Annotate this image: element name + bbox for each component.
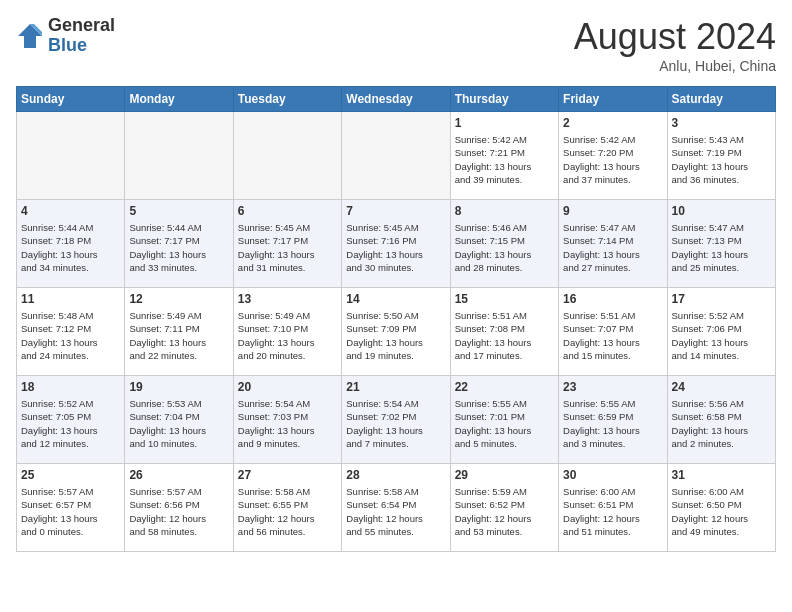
calendar-header-wednesday: Wednesday	[342, 87, 450, 112]
logo-text: General Blue	[48, 16, 115, 56]
day-info: Sunrise: 5:58 AM Sunset: 6:54 PM Dayligh…	[346, 485, 445, 538]
calendar-week-4: 18Sunrise: 5:52 AM Sunset: 7:05 PM Dayli…	[17, 376, 776, 464]
location: Anlu, Hubei, China	[574, 58, 776, 74]
calendar-cell: 1Sunrise: 5:42 AM Sunset: 7:21 PM Daylig…	[450, 112, 558, 200]
page-header: General Blue August 2024 Anlu, Hubei, Ch…	[16, 16, 776, 74]
day-info: Sunrise: 6:00 AM Sunset: 6:51 PM Dayligh…	[563, 485, 662, 538]
day-number: 28	[346, 468, 445, 482]
day-number: 4	[21, 204, 120, 218]
day-info: Sunrise: 5:53 AM Sunset: 7:04 PM Dayligh…	[129, 397, 228, 450]
calendar-cell: 11Sunrise: 5:48 AM Sunset: 7:12 PM Dayli…	[17, 288, 125, 376]
calendar-cell: 9Sunrise: 5:47 AM Sunset: 7:14 PM Daylig…	[559, 200, 667, 288]
calendar-header-thursday: Thursday	[450, 87, 558, 112]
day-number: 5	[129, 204, 228, 218]
day-info: Sunrise: 5:55 AM Sunset: 6:59 PM Dayligh…	[563, 397, 662, 450]
calendar-table: SundayMondayTuesdayWednesdayThursdayFrid…	[16, 86, 776, 552]
calendar-cell: 30Sunrise: 6:00 AM Sunset: 6:51 PM Dayli…	[559, 464, 667, 552]
calendar-cell: 12Sunrise: 5:49 AM Sunset: 7:11 PM Dayli…	[125, 288, 233, 376]
calendar-cell: 3Sunrise: 5:43 AM Sunset: 7:19 PM Daylig…	[667, 112, 775, 200]
day-number: 1	[455, 116, 554, 130]
day-number: 27	[238, 468, 337, 482]
calendar-header-sunday: Sunday	[17, 87, 125, 112]
day-info: Sunrise: 5:59 AM Sunset: 6:52 PM Dayligh…	[455, 485, 554, 538]
day-number: 6	[238, 204, 337, 218]
day-number: 16	[563, 292, 662, 306]
calendar-cell: 8Sunrise: 5:46 AM Sunset: 7:15 PM Daylig…	[450, 200, 558, 288]
day-info: Sunrise: 6:00 AM Sunset: 6:50 PM Dayligh…	[672, 485, 771, 538]
day-info: Sunrise: 5:43 AM Sunset: 7:19 PM Dayligh…	[672, 133, 771, 186]
day-number: 14	[346, 292, 445, 306]
calendar-cell: 20Sunrise: 5:54 AM Sunset: 7:03 PM Dayli…	[233, 376, 341, 464]
day-number: 11	[21, 292, 120, 306]
day-number: 7	[346, 204, 445, 218]
calendar-cell: 5Sunrise: 5:44 AM Sunset: 7:17 PM Daylig…	[125, 200, 233, 288]
calendar-cell: 14Sunrise: 5:50 AM Sunset: 7:09 PM Dayli…	[342, 288, 450, 376]
day-number: 17	[672, 292, 771, 306]
calendar-cell: 6Sunrise: 5:45 AM Sunset: 7:17 PM Daylig…	[233, 200, 341, 288]
calendar-cell: 29Sunrise: 5:59 AM Sunset: 6:52 PM Dayli…	[450, 464, 558, 552]
day-info: Sunrise: 5:45 AM Sunset: 7:17 PM Dayligh…	[238, 221, 337, 274]
calendar-week-5: 25Sunrise: 5:57 AM Sunset: 6:57 PM Dayli…	[17, 464, 776, 552]
day-info: Sunrise: 5:49 AM Sunset: 7:11 PM Dayligh…	[129, 309, 228, 362]
day-info: Sunrise: 5:46 AM Sunset: 7:15 PM Dayligh…	[455, 221, 554, 274]
day-info: Sunrise: 5:42 AM Sunset: 7:20 PM Dayligh…	[563, 133, 662, 186]
calendar-cell	[233, 112, 341, 200]
calendar-cell: 2Sunrise: 5:42 AM Sunset: 7:20 PM Daylig…	[559, 112, 667, 200]
calendar-cell: 19Sunrise: 5:53 AM Sunset: 7:04 PM Dayli…	[125, 376, 233, 464]
day-info: Sunrise: 5:50 AM Sunset: 7:09 PM Dayligh…	[346, 309, 445, 362]
day-number: 3	[672, 116, 771, 130]
calendar-cell	[17, 112, 125, 200]
calendar-cell	[125, 112, 233, 200]
day-number: 24	[672, 380, 771, 394]
logo-icon	[16, 22, 44, 50]
day-info: Sunrise: 5:44 AM Sunset: 7:17 PM Dayligh…	[129, 221, 228, 274]
day-number: 19	[129, 380, 228, 394]
day-number: 13	[238, 292, 337, 306]
day-number: 8	[455, 204, 554, 218]
day-number: 10	[672, 204, 771, 218]
day-info: Sunrise: 5:54 AM Sunset: 7:03 PM Dayligh…	[238, 397, 337, 450]
calendar-cell: 31Sunrise: 6:00 AM Sunset: 6:50 PM Dayli…	[667, 464, 775, 552]
day-number: 9	[563, 204, 662, 218]
day-number: 30	[563, 468, 662, 482]
calendar-cell: 7Sunrise: 5:45 AM Sunset: 7:16 PM Daylig…	[342, 200, 450, 288]
day-number: 21	[346, 380, 445, 394]
calendar-cell: 24Sunrise: 5:56 AM Sunset: 6:58 PM Dayli…	[667, 376, 775, 464]
day-info: Sunrise: 5:47 AM Sunset: 7:14 PM Dayligh…	[563, 221, 662, 274]
day-info: Sunrise: 5:52 AM Sunset: 7:06 PM Dayligh…	[672, 309, 771, 362]
day-info: Sunrise: 5:57 AM Sunset: 6:57 PM Dayligh…	[21, 485, 120, 538]
day-info: Sunrise: 5:52 AM Sunset: 7:05 PM Dayligh…	[21, 397, 120, 450]
calendar-week-3: 11Sunrise: 5:48 AM Sunset: 7:12 PM Dayli…	[17, 288, 776, 376]
day-number: 15	[455, 292, 554, 306]
calendar-cell: 13Sunrise: 5:49 AM Sunset: 7:10 PM Dayli…	[233, 288, 341, 376]
day-number: 31	[672, 468, 771, 482]
day-info: Sunrise: 5:54 AM Sunset: 7:02 PM Dayligh…	[346, 397, 445, 450]
calendar-cell: 26Sunrise: 5:57 AM Sunset: 6:56 PM Dayli…	[125, 464, 233, 552]
logo-general: General	[48, 15, 115, 35]
calendar-cell: 23Sunrise: 5:55 AM Sunset: 6:59 PM Dayli…	[559, 376, 667, 464]
calendar-header-tuesday: Tuesday	[233, 87, 341, 112]
calendar-cell: 21Sunrise: 5:54 AM Sunset: 7:02 PM Dayli…	[342, 376, 450, 464]
calendar-cell: 17Sunrise: 5:52 AM Sunset: 7:06 PM Dayli…	[667, 288, 775, 376]
day-info: Sunrise: 5:51 AM Sunset: 7:07 PM Dayligh…	[563, 309, 662, 362]
day-number: 23	[563, 380, 662, 394]
calendar-header-monday: Monday	[125, 87, 233, 112]
calendar-cell: 18Sunrise: 5:52 AM Sunset: 7:05 PM Dayli…	[17, 376, 125, 464]
day-number: 12	[129, 292, 228, 306]
calendar-cell: 25Sunrise: 5:57 AM Sunset: 6:57 PM Dayli…	[17, 464, 125, 552]
logo-blue: Blue	[48, 35, 87, 55]
calendar-header-row: SundayMondayTuesdayWednesdayThursdayFrid…	[17, 87, 776, 112]
title-block: August 2024 Anlu, Hubei, China	[574, 16, 776, 74]
calendar-cell: 28Sunrise: 5:58 AM Sunset: 6:54 PM Dayli…	[342, 464, 450, 552]
day-number: 25	[21, 468, 120, 482]
day-number: 18	[21, 380, 120, 394]
day-info: Sunrise: 5:48 AM Sunset: 7:12 PM Dayligh…	[21, 309, 120, 362]
month-title: August 2024	[574, 16, 776, 58]
calendar-cell: 27Sunrise: 5:58 AM Sunset: 6:55 PM Dayli…	[233, 464, 341, 552]
day-number: 29	[455, 468, 554, 482]
day-info: Sunrise: 5:56 AM Sunset: 6:58 PM Dayligh…	[672, 397, 771, 450]
logo: General Blue	[16, 16, 115, 56]
day-number: 20	[238, 380, 337, 394]
calendar-cell: 22Sunrise: 5:55 AM Sunset: 7:01 PM Dayli…	[450, 376, 558, 464]
calendar-cell: 4Sunrise: 5:44 AM Sunset: 7:18 PM Daylig…	[17, 200, 125, 288]
